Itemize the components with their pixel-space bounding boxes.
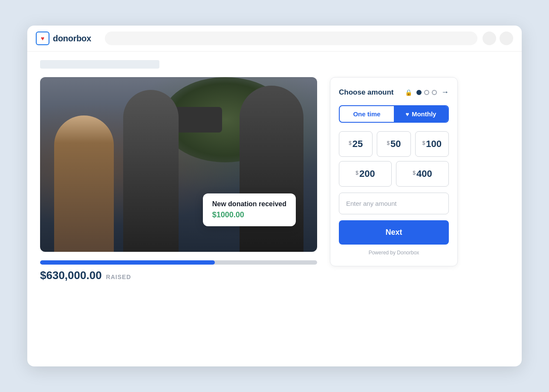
progress-section: $630,000.00 RAISED <box>40 260 317 282</box>
amount-button-25[interactable]: $ 25 <box>339 131 373 157</box>
panel-header: Choose amount 🔒 → <box>339 88 449 97</box>
browser-toolbar: ♥ donorbox <box>27 26 522 52</box>
browser-window: ♥ donorbox <box>27 26 522 366</box>
amount-value-2: 50 <box>390 138 401 150</box>
custom-amount-input[interactable] <box>339 193 449 214</box>
amount-button-50[interactable]: $ 50 <box>377 131 410 157</box>
donation-panel: Choose amount 🔒 → One time <box>330 77 458 266</box>
logo-icon: ♥ <box>36 32 49 45</box>
amount-button-100[interactable]: $ 100 <box>415 131 449 157</box>
currency-symbol-5: $ <box>413 170 416 176</box>
currency-symbol-2: $ <box>387 140 390 146</box>
progress-bar-fill <box>40 260 215 265</box>
donation-notification: New donation received $1000.00 <box>203 193 296 226</box>
amount-grid-row1: $ 25 $ 50 $ 100 <box>339 131 449 157</box>
figure-person-1 <box>54 115 114 252</box>
next-button[interactable]: Next <box>339 220 449 245</box>
currency-symbol-4: $ <box>355 170 358 176</box>
panel-title: Choose amount <box>339 88 393 97</box>
monthly-button[interactable]: ♥ Monthly <box>394 106 448 122</box>
currency-symbol-3: $ <box>422 140 425 146</box>
logo-area: ♥ donorbox <box>36 32 91 45</box>
amount-grid-row2: $ 200 $ 400 <box>339 161 449 187</box>
raised-amount: $630,000.00 <box>40 269 102 282</box>
logo-text: donorbox <box>53 34 91 43</box>
progress-bar-track <box>40 260 317 265</box>
frequency-toggle: One time ♥ Monthly <box>339 105 449 123</box>
panel-steps: 🔒 → <box>405 88 449 97</box>
left-column: New donation received $1000.00 $630,000.… <box>40 77 317 282</box>
browser-actions <box>483 32 513 45</box>
notification-amount: $1000.00 <box>212 210 286 219</box>
right-column: Choose amount 🔒 → One time <box>330 77 458 266</box>
campaign-image: New donation received $1000.00 <box>40 77 317 252</box>
amount-value-5: 400 <box>416 168 432 179</box>
heart-icon: ♥ <box>41 35 44 42</box>
amount-button-400[interactable]: $ 400 <box>396 161 449 187</box>
url-bar[interactable] <box>105 32 477 45</box>
notification-title: New donation received <box>212 200 286 208</box>
page-content: New donation received $1000.00 $630,000.… <box>27 52 522 295</box>
lock-icon: 🔒 <box>405 89 412 96</box>
step-dot-3 <box>432 90 437 95</box>
monthly-label: Monthly <box>412 110 436 118</box>
figure-person-3 <box>240 86 303 252</box>
next-arrow-icon: → <box>441 88 449 97</box>
raised-info: $630,000.00 RAISED <box>40 269 317 282</box>
powered-by: Powered by Donorbox <box>339 250 449 256</box>
page-header-bar <box>40 60 159 69</box>
figure-person-2 <box>123 90 179 252</box>
raised-label: RAISED <box>106 274 131 280</box>
step-dot-1 <box>416 90 422 95</box>
monthly-heart-icon: ♥ <box>406 111 409 118</box>
browser-action-1[interactable] <box>483 32 496 45</box>
amount-value-3: 100 <box>426 138 442 150</box>
currency-symbol-1: $ <box>349 140 352 146</box>
main-layout: New donation received $1000.00 $630,000.… <box>40 77 509 282</box>
step-dot-2 <box>424 90 429 95</box>
amount-button-200[interactable]: $ 200 <box>339 161 392 187</box>
amount-value-4: 200 <box>359 168 375 179</box>
browser-action-2[interactable] <box>500 32 513 45</box>
amount-value-1: 25 <box>353 138 363 150</box>
one-time-button[interactable]: One time <box>340 106 394 122</box>
